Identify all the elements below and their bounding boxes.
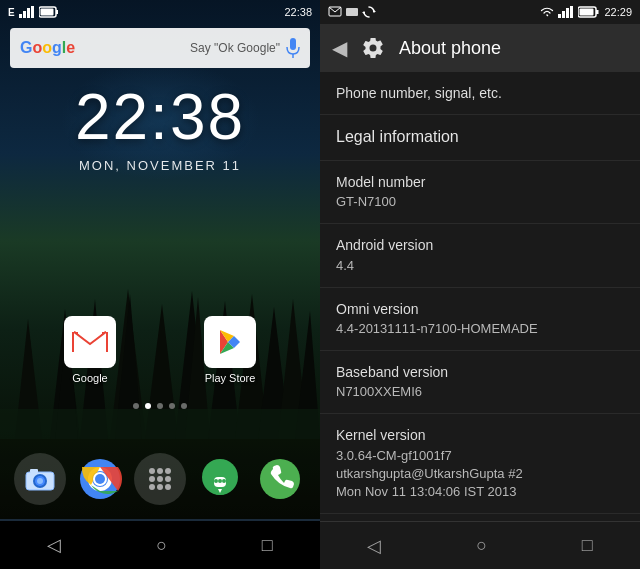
time-right: 22:29 [604, 6, 632, 18]
browser-dock-icon[interactable] [74, 453, 126, 505]
sync-icon [362, 5, 376, 19]
svg-point-55 [214, 479, 218, 483]
status-bar-right: 22:29 [320, 0, 640, 24]
phone-signal-item[interactable]: Phone number, signal, etc. [320, 72, 640, 115]
status-time-right: 22:29 [540, 6, 632, 18]
clock-status-left: 22:38 [284, 6, 312, 18]
svg-point-52 [165, 484, 171, 490]
svg-point-51 [157, 484, 163, 490]
bottom-dock [0, 439, 320, 519]
legal-info-item[interactable]: Legal information [320, 115, 640, 161]
svg-rect-19 [31, 6, 34, 18]
settings-gear-icon [361, 36, 385, 60]
clock-date: MON, NOVEMBER 11 [0, 158, 320, 173]
recents-button-right[interactable]: □ [582, 535, 593, 556]
playstore-app-icon[interactable]: Play Store [204, 316, 256, 384]
svg-rect-61 [346, 8, 358, 16]
svg-point-48 [157, 476, 163, 482]
build-number-item: Build number omni_n7100-userdebug 4.4 KR… [320, 514, 640, 521]
model-number-label: Model number [336, 173, 624, 191]
dot-3 [157, 403, 163, 409]
svg-rect-22 [40, 9, 53, 16]
home-button-left[interactable]: ○ [156, 535, 167, 556]
battery-icon-right [578, 6, 600, 18]
playstore-icon-img [204, 316, 256, 368]
svg-rect-21 [56, 10, 58, 14]
baseband-version-value: N7100XXEMI6 [336, 383, 624, 401]
svg-rect-67 [570, 6, 573, 18]
baseband-version-item: Baseband version N7100XXEMI6 [320, 351, 640, 414]
phone-dock-icon[interactable] [254, 453, 306, 505]
svg-rect-15 [0, 409, 320, 439]
svg-rect-16 [19, 14, 22, 18]
voice-search[interactable]: Say "Ok Google" [190, 38, 300, 58]
message-icon [328, 6, 342, 18]
android-version-item: Android version 4.4 [320, 224, 640, 287]
back-button-right[interactable]: ◁ [367, 535, 381, 557]
header-title: About phone [399, 38, 501, 59]
kernel-version-item: Kernel version 3.0.64-CM-gf1001f7 utkars… [320, 414, 640, 514]
svg-point-37 [37, 478, 43, 484]
clock-time: 22:38 [0, 80, 320, 154]
hangouts-dock-icon[interactable] [194, 453, 246, 505]
svg-rect-18 [27, 8, 30, 18]
status-time-left: 22:38 [284, 6, 312, 18]
kernel-version-label: Kernel version [336, 426, 624, 444]
svg-point-43 [95, 474, 105, 484]
svg-point-56 [218, 479, 222, 483]
mic-icon [286, 38, 300, 58]
clock-area: 22:38 MON, NOVEMBER 11 [0, 80, 320, 173]
dot-4 [169, 403, 175, 409]
back-arrow-right[interactable]: ◀ [332, 36, 347, 60]
android-version-value: 4.4 [336, 257, 624, 275]
right-panel: 22:29 ◀ About phone Phone number, signal… [320, 0, 640, 569]
svg-point-49 [165, 476, 171, 482]
network-indicator: E [8, 7, 15, 18]
settings-header: ◀ About phone [320, 24, 640, 72]
svg-rect-64 [558, 14, 561, 18]
email-status-icon [345, 6, 359, 18]
status-left-group: E [8, 6, 59, 18]
model-number-item: Model number GT-N7100 [320, 161, 640, 224]
legal-info-label: Legal information [336, 127, 624, 148]
svg-rect-66 [566, 8, 569, 18]
svg-rect-23 [290, 38, 296, 50]
voice-search-label: Say "Ok Google" [190, 41, 280, 55]
search-bar[interactable]: Google Say "Ok Google" [10, 28, 310, 68]
svg-rect-38 [30, 469, 38, 473]
google-logo: Google [20, 39, 75, 57]
svg-rect-69 [596, 10, 599, 14]
dot-5 [181, 403, 187, 409]
app-icons-row: Google Play Store [0, 316, 320, 384]
camera-icon [25, 467, 55, 491]
android-version-label: Android version [336, 236, 624, 254]
svg-point-47 [149, 476, 155, 482]
status-bar-left: E 22:38 [0, 0, 320, 24]
camera-dock-icon[interactable] [14, 453, 66, 505]
hangouts-icon [198, 457, 242, 501]
phone-signal-label: Phone number, signal, etc. [336, 84, 624, 102]
omni-version-item: Omni version 4.4-20131111-n7100-HOMEMADE [320, 288, 640, 351]
left-panel: E 22:38 Google Say "Ok Google" [0, 0, 320, 569]
dot-2-active [145, 403, 151, 409]
back-button-left[interactable]: ◁ [47, 534, 61, 556]
playstore-label: Play Store [205, 372, 256, 384]
apps-dock-icon[interactable] [134, 453, 186, 505]
omni-version-value: 4.4-20131111-n7100-HOMEMADE [336, 320, 624, 338]
page-dots [0, 403, 320, 409]
model-number-value: GT-N7100 [336, 193, 624, 211]
home-button-right[interactable]: ○ [476, 535, 487, 556]
recents-button-left[interactable]: □ [262, 535, 273, 556]
baseband-version-label: Baseband version [336, 363, 624, 381]
svg-point-45 [157, 468, 163, 474]
omni-version-label: Omni version [336, 300, 624, 318]
svg-rect-17 [23, 11, 26, 18]
gmail-app-icon[interactable]: Google [64, 316, 116, 384]
svg-point-46 [165, 468, 171, 474]
settings-list[interactable]: Phone number, signal, etc. Legal informa… [320, 72, 640, 521]
apps-grid-icon [145, 464, 175, 494]
wifi-icon [540, 7, 554, 17]
dot-1 [133, 403, 139, 409]
phone-icon [258, 457, 302, 501]
status-icons-right [328, 5, 376, 19]
